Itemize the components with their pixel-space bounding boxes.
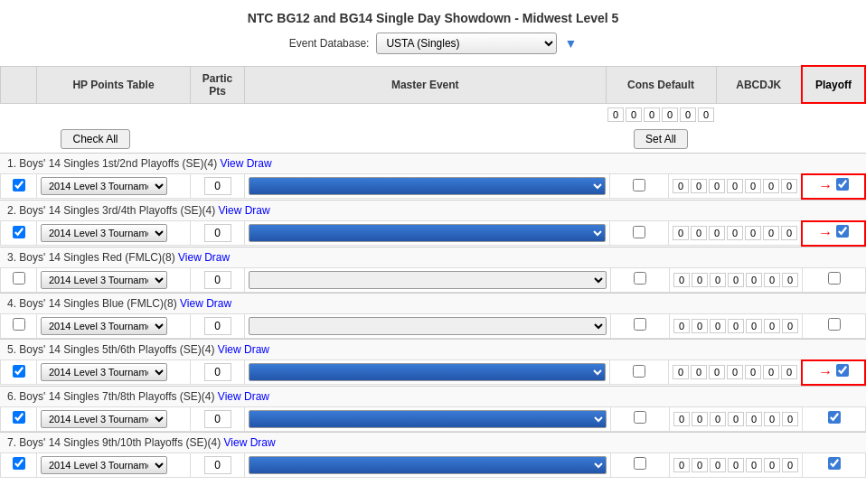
cons-default-0[interactable]: [607, 107, 624, 122]
row-checkbox-5[interactable]: [13, 365, 25, 378]
partic-input-6[interactable]: [204, 410, 231, 428]
master-select-5[interactable]: [249, 363, 606, 381]
master-select-3[interactable]: [249, 271, 607, 289]
abcdjk-input-7-3[interactable]: [728, 458, 744, 472]
cons-default-1[interactable]: [626, 107, 642, 122]
abcdjk-input-3-3[interactable]: [728, 273, 744, 287]
partic-input-2[interactable]: [204, 224, 231, 242]
hp-select-3[interactable]: 2014 Level 3 Tournament: [41, 271, 167, 289]
set-all-button[interactable]: Set All: [634, 129, 688, 149]
partic-input-4[interactable]: [204, 317, 231, 335]
abcdjk-input-1-4[interactable]: [745, 179, 761, 193]
abcdjk-input-6-6[interactable]: [782, 412, 798, 426]
abcdjk-input-3-1[interactable]: [692, 273, 708, 287]
abcdjk-input-5-3[interactable]: [727, 365, 743, 379]
abcdjk-input-5-5[interactable]: [763, 365, 779, 379]
partic-input-3[interactable]: [204, 271, 231, 289]
abcdjk-input-5-6[interactable]: [781, 365, 797, 379]
master-select-4[interactable]: [249, 317, 607, 335]
abcdjk-input-7-0[interactable]: [673, 458, 690, 472]
abcdjk-input-1-2[interactable]: [709, 179, 725, 193]
abcdjk-input-5-4[interactable]: [745, 365, 761, 379]
abcdjk-input-3-6[interactable]: [782, 273, 798, 287]
master-select-7[interactable]: [249, 456, 607, 474]
abcdjk-input-6-3[interactable]: [728, 412, 744, 426]
abcdjk-input-6-2[interactable]: [710, 412, 726, 426]
row-checkbox-6[interactable]: [13, 411, 25, 424]
view-draw-link-2[interactable]: View Draw: [219, 204, 270, 217]
cons-default-4[interactable]: [680, 107, 696, 122]
cons-checkbox-3[interactable]: [634, 272, 646, 285]
event-db-select[interactable]: USTA (Singles) USTA (Doubles): [376, 33, 557, 54]
abcdjk-input-4-2[interactable]: [710, 319, 726, 333]
cons-default-2[interactable]: [644, 107, 660, 122]
abcdjk-input-4-4[interactable]: [746, 319, 762, 333]
view-draw-link-5[interactable]: View Draw: [218, 343, 269, 356]
abcdjk-input-4-3[interactable]: [728, 319, 744, 333]
view-draw-link-4[interactable]: View Draw: [180, 297, 231, 310]
playoff-checkbox-1[interactable]: [836, 178, 849, 191]
playoff-checkbox-3[interactable]: [828, 272, 841, 285]
row-checkbox-1[interactable]: [13, 179, 25, 191]
partic-input-1[interactable]: [204, 177, 231, 195]
abcdjk-input-2-0[interactable]: [673, 226, 689, 240]
cons-checkbox-5[interactable]: [633, 365, 645, 378]
hp-select-4[interactable]: 2014 Level 3 Tournament: [41, 317, 167, 335]
hp-select-6[interactable]: 2014 Level 3 Tournament: [41, 410, 167, 428]
cons-checkbox-2[interactable]: [633, 226, 645, 238]
abcdjk-input-7-1[interactable]: [692, 458, 708, 472]
hp-select-1[interactable]: 2014 Level 3 Tournament: [41, 177, 167, 195]
abcdjk-input-3-4[interactable]: [746, 273, 762, 287]
abcdjk-input-2-6[interactable]: [781, 226, 797, 240]
row-checkbox-3[interactable]: [13, 272, 25, 285]
abcdjk-input-3-5[interactable]: [764, 273, 780, 287]
master-select-2[interactable]: [249, 224, 606, 242]
abcdjk-input-5-2[interactable]: [709, 365, 725, 379]
abcdjk-input-1-1[interactable]: [691, 179, 707, 193]
row-checkbox-7[interactable]: [13, 457, 25, 470]
abcdjk-input-6-4[interactable]: [746, 412, 762, 426]
abcdjk-input-1-6[interactable]: [781, 179, 797, 193]
playoff-checkbox-7[interactable]: [828, 457, 841, 470]
abcdjk-input-6-1[interactable]: [692, 412, 708, 426]
row-checkbox-4[interactable]: [13, 318, 25, 331]
playoff-checkbox-2[interactable]: [836, 225, 849, 238]
view-draw-link-3[interactable]: View Draw: [178, 251, 230, 264]
hp-select-5[interactable]: 2014 Level 3 Tournament: [41, 363, 167, 381]
partic-input-5[interactable]: [204, 363, 231, 381]
abcdjk-input-1-5[interactable]: [763, 179, 779, 193]
abcdjk-input-2-5[interactable]: [763, 226, 779, 240]
cons-checkbox-7[interactable]: [634, 457, 646, 470]
abcdjk-input-3-2[interactable]: [710, 273, 726, 287]
abcdjk-input-3-0[interactable]: [673, 273, 690, 287]
abcdjk-input-5-1[interactable]: [691, 365, 707, 379]
check-all-button[interactable]: Check All: [61, 129, 129, 149]
abcdjk-input-2-4[interactable]: [745, 226, 761, 240]
hp-select-2[interactable]: 2014 Level 3 Tournament: [41, 224, 167, 242]
abcdjk-input-4-6[interactable]: [782, 319, 798, 333]
abcdjk-input-7-4[interactable]: [746, 458, 762, 472]
partic-input-7[interactable]: [204, 456, 231, 474]
cons-default-5[interactable]: [698, 107, 714, 122]
view-draw-link-7[interactable]: View Draw: [224, 436, 276, 449]
playoff-checkbox-6[interactable]: [828, 411, 841, 424]
hp-select-7[interactable]: 2014 Level 3 Tournament: [41, 456, 167, 474]
abcdjk-input-7-5[interactable]: [764, 458, 780, 472]
abcdjk-input-6-0[interactable]: [673, 412, 690, 426]
abcdjk-input-2-1[interactable]: [691, 226, 707, 240]
abcdjk-input-5-0[interactable]: [673, 365, 689, 379]
playoff-checkbox-5[interactable]: [836, 364, 849, 377]
master-select-6[interactable]: [249, 410, 607, 428]
abcdjk-input-2-2[interactable]: [709, 226, 725, 240]
cons-checkbox-1[interactable]: [633, 179, 645, 191]
abcdjk-input-1-0[interactable]: [673, 179, 689, 193]
abcdjk-input-2-3[interactable]: [727, 226, 743, 240]
playoff-checkbox-4[interactable]: [828, 318, 841, 331]
view-draw-link-6[interactable]: View Draw: [218, 390, 269, 403]
cons-default-3[interactable]: [662, 107, 678, 122]
abcdjk-input-6-5[interactable]: [764, 412, 780, 426]
view-draw-link-1[interactable]: View Draw: [221, 157, 272, 170]
cons-checkbox-6[interactable]: [634, 411, 646, 424]
row-checkbox-2[interactable]: [13, 226, 25, 238]
master-select-1[interactable]: [249, 177, 606, 195]
